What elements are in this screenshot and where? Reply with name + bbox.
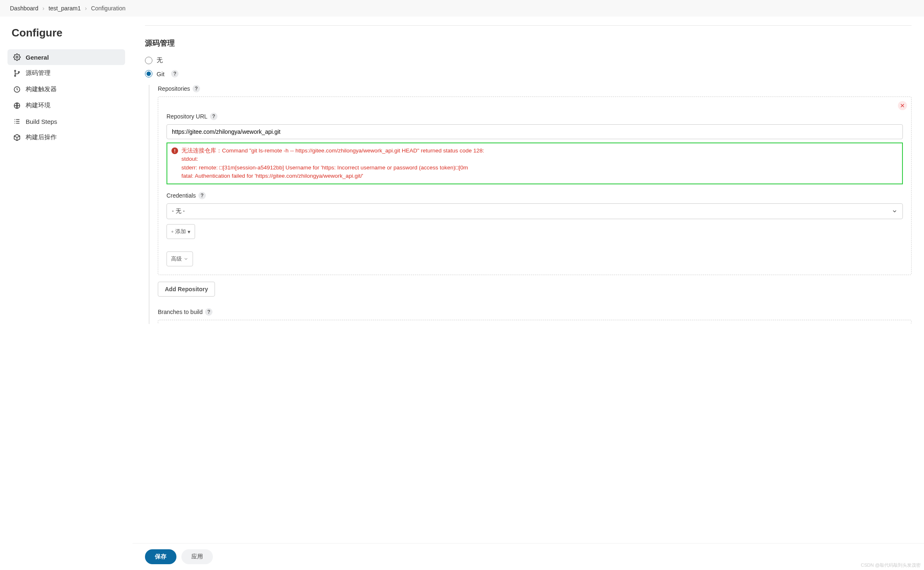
section-title-scm: 源码管理 — [145, 38, 912, 48]
sidebar-item-environment[interactable]: 构建环境 — [7, 97, 125, 114]
add-repository-button[interactable]: Add Repository — [158, 282, 215, 297]
sidebar-item-post-build[interactable]: 构建后操作 — [7, 129, 125, 145]
advanced-button[interactable]: 高级 — [166, 251, 193, 266]
branches-box — [158, 320, 912, 324]
error-box: ! 无法连接仓库：Command "git ls-remote -h -- ht… — [166, 142, 903, 184]
breadcrumb-job[interactable]: test_param1 — [48, 5, 81, 12]
sidebar-item-general[interactable]: General — [7, 49, 125, 65]
chevron-down-icon — [892, 208, 897, 214]
git-subsection: Repositories ? ✕ Repository URL ? ! 无法连接… — [149, 85, 912, 324]
breadcrumb: Dashboard › test_param1 › Configuration — [0, 0, 924, 17]
radio-none-row: 无 — [145, 56, 912, 64]
sidebar-item-label: 源码管理 — [26, 69, 51, 77]
radio-git-row: Git ? — [145, 70, 912, 77]
credentials-label: Credentials ? — [166, 192, 903, 199]
page-title: Configure — [7, 27, 125, 39]
breadcrumb-current: Configuration — [91, 5, 125, 12]
close-icon[interactable]: ✕ — [898, 101, 907, 110]
radio-git-label: Git — [157, 70, 164, 77]
sidebar: Configure General 源码管理 构建触发器 构建环境 — [0, 17, 133, 365]
sidebar-item-scm[interactable]: 源码管理 — [7, 65, 125, 81]
sidebar-item-label: 构建触发器 — [26, 85, 57, 93]
repositories-label-text: Repositories — [158, 85, 190, 92]
error-line: fatal: Authentication failed for 'https:… — [181, 172, 484, 180]
clock-icon — [13, 86, 21, 93]
breadcrumb-dashboard[interactable]: Dashboard — [10, 5, 39, 12]
error-line: stdout: — [181, 155, 484, 163]
main-content: 源码管理 无 Git ? Repositories ? ✕ Repository… — [133, 17, 924, 365]
gear-icon — [13, 53, 21, 61]
error-text: 无法连接仓库：Command "git ls-remote -h -- http… — [181, 147, 484, 180]
radio-scm-none[interactable] — [145, 57, 152, 64]
chevron-down-icon — [183, 256, 188, 261]
svg-point-1 — [14, 70, 16, 71]
help-icon[interactable]: ? — [205, 308, 212, 316]
credentials-value: - 无 - — [172, 208, 185, 215]
divider — [145, 25, 912, 26]
help-icon[interactable]: ? — [193, 85, 200, 92]
repository-box: ✕ Repository URL ? ! 无法连接仓库：Command "git… — [158, 97, 912, 275]
radio-scm-git[interactable] — [145, 70, 152, 77]
sidebar-item-triggers[interactable]: 构建触发器 — [7, 81, 125, 97]
svg-point-3 — [18, 71, 19, 72]
caret-down-icon: ▾ — [188, 229, 191, 235]
package-icon — [13, 134, 21, 141]
plus-icon: + — [171, 229, 174, 234]
help-icon[interactable]: ? — [210, 113, 217, 120]
add-credentials-label: 添加 — [175, 228, 186, 235]
sidebar-item-label: General — [26, 54, 49, 61]
list-icon — [13, 118, 21, 125]
radio-none-label: 无 — [157, 56, 163, 64]
globe-icon — [13, 102, 21, 109]
repositories-label: Repositories ? — [158, 85, 912, 92]
help-icon[interactable]: ? — [198, 192, 206, 199]
svg-point-2 — [14, 75, 16, 76]
error-icon: ! — [171, 147, 178, 154]
sidebar-item-label: Build Steps — [26, 118, 57, 125]
repo-url-label: Repository URL ? — [166, 113, 903, 120]
sidebar-item-build-steps[interactable]: Build Steps — [7, 114, 125, 129]
branches-label-text: Branches to build — [158, 309, 203, 315]
credentials-select[interactable]: - 无 - — [166, 203, 903, 219]
branches-label: Branches to build ? — [158, 308, 912, 316]
chevron-right-icon: › — [43, 5, 45, 12]
advanced-label: 高级 — [171, 255, 182, 263]
error-line: 无法连接仓库：Command "git ls-remote -h -- http… — [181, 147, 484, 155]
sidebar-item-label: 构建后操作 — [26, 133, 57, 141]
git-branch-icon — [13, 70, 21, 77]
repo-url-input[interactable] — [166, 124, 903, 139]
help-icon[interactable]: ? — [171, 70, 179, 77]
sidebar-item-label: 构建环境 — [26, 101, 51, 109]
error-line: stderr: remote: □[31m[session-a54912bb] … — [181, 164, 484, 172]
credentials-label-text: Credentials — [166, 192, 196, 199]
add-credentials-button[interactable]: + 添加 ▾ — [166, 224, 195, 239]
chevron-right-icon: › — [85, 5, 87, 12]
svg-point-0 — [16, 56, 18, 58]
repo-url-label-text: Repository URL — [166, 113, 207, 120]
